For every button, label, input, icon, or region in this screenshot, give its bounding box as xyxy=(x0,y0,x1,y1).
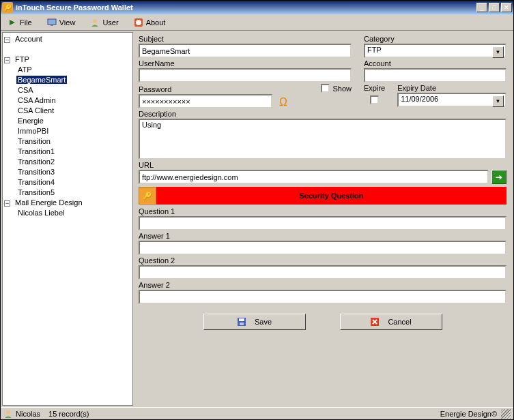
tree-item-label[interactable]: Nicolas Liebel xyxy=(16,209,66,217)
tree-item[interactable]: Transition2 xyxy=(16,157,131,167)
svg-rect-7 xyxy=(239,318,244,321)
tree-item-label[interactable]: Transition4 xyxy=(16,178,56,186)
menu-file-label: File xyxy=(20,18,32,27)
disk-icon xyxy=(237,317,246,327)
tree-item-label[interactable]: CSA Admin xyxy=(16,96,57,104)
save-button[interactable]: Save xyxy=(203,314,306,330)
tree-node-account[interactable]: − Account xyxy=(4,34,131,44)
cancel-button[interactable]: Cancel xyxy=(340,314,442,330)
svg-point-10 xyxy=(6,410,10,415)
question1-label: Question 1 xyxy=(139,207,506,215)
tree-item-label[interactable]: Transition3 xyxy=(16,168,56,176)
url-input[interactable] xyxy=(139,170,489,184)
tree-item[interactable]: Transition5 xyxy=(16,188,131,198)
tree-item-label[interactable]: ATP xyxy=(16,65,33,74)
cancel-label: Cancel xyxy=(388,318,411,326)
show-label: Show xyxy=(332,85,352,93)
show-checkbox-group[interactable]: Show xyxy=(321,84,352,93)
omega-icon[interactable]: Ω xyxy=(276,96,290,108)
question2-label: Question 2 xyxy=(139,256,506,265)
tree-node-mail[interactable]: − Mail Energie Design xyxy=(4,198,131,208)
tree-item[interactable]: Nicolas Liebel xyxy=(16,208,131,218)
expire-checkbox[interactable] xyxy=(370,95,379,104)
description-textarea[interactable] xyxy=(139,119,506,160)
status-right-text: Energie Design© xyxy=(440,410,497,418)
svg-rect-8 xyxy=(240,322,244,325)
menu-user[interactable]: User xyxy=(87,16,121,29)
svg-rect-1 xyxy=(48,19,56,25)
menu-view[interactable]: View xyxy=(44,16,78,29)
resize-grip[interactable] xyxy=(501,409,511,419)
tree-item-label[interactable]: BegameSmart xyxy=(16,76,67,84)
tree-item[interactable]: Transition xyxy=(16,136,131,147)
tree-item-label[interactable]: Energie xyxy=(16,117,45,125)
collapse-icon[interactable]: − xyxy=(4,37,10,43)
menu-file[interactable]: File xyxy=(5,16,35,29)
account-input[interactable] xyxy=(364,68,506,82)
collapse-icon[interactable]: − xyxy=(4,200,10,207)
app-icon: 🔑 xyxy=(2,2,13,13)
status-records: 15 record(s) xyxy=(48,410,89,418)
answer1-input[interactable] xyxy=(139,241,506,255)
tree-panel[interactable]: − Account − FTP ATPBegameSmartCSACSA Adm… xyxy=(2,32,133,406)
maximize-button[interactable]: □ xyxy=(489,3,500,12)
menu-bar: File View User About xyxy=(1,14,513,31)
username-input[interactable] xyxy=(139,68,352,82)
menu-view-label: View xyxy=(59,18,76,27)
close-button[interactable]: ✕ xyxy=(501,3,512,12)
subject-input[interactable] xyxy=(139,44,352,58)
expiry-date-select[interactable]: 11/09/2006 xyxy=(397,93,506,107)
menu-about[interactable]: About xyxy=(131,16,169,29)
expire-label: Expire xyxy=(364,84,385,92)
subject-label: Subject xyxy=(139,35,352,43)
key-icon: 🔑 xyxy=(139,187,156,205)
tree-item-label[interactable]: CSA Client xyxy=(16,106,55,115)
security-banner-text: Security Question xyxy=(156,192,506,200)
answer2-input[interactable] xyxy=(139,290,506,304)
tree-item[interactable]: Energie xyxy=(16,116,131,126)
answer1-label: Answer 1 xyxy=(139,232,506,240)
tree-item[interactable]: Transition1 xyxy=(16,147,131,157)
answer2-label: Answer 2 xyxy=(139,281,506,289)
password-input[interactable] xyxy=(139,94,272,108)
minimize-button[interactable]: _ xyxy=(476,3,487,12)
tree-item-label[interactable]: Transition1 xyxy=(16,147,56,155)
expiry-label: Expiry Date xyxy=(397,84,506,92)
play-icon xyxy=(8,18,17,27)
menu-user-label: User xyxy=(102,18,118,27)
go-button[interactable]: ➔ xyxy=(491,170,506,184)
category-value: FTP xyxy=(367,46,382,54)
collapse-icon[interactable]: − xyxy=(4,57,10,63)
account-label: Account xyxy=(364,59,506,68)
tree-label-account[interactable]: Account xyxy=(14,35,44,43)
tree-item[interactable]: Transition3 xyxy=(16,167,131,177)
tree-label-mail[interactable]: Mail Energie Design xyxy=(14,198,83,207)
username-label: UserName xyxy=(139,59,352,68)
svg-rect-2 xyxy=(51,25,53,26)
expiry-value: 11/09/2006 xyxy=(401,95,438,103)
tree-item[interactable]: CSA Client xyxy=(16,106,131,116)
tree-item-label[interactable]: Transition2 xyxy=(16,158,56,166)
svg-point-5 xyxy=(136,20,141,25)
description-label: Description xyxy=(139,110,506,118)
tree-label-ftp[interactable]: FTP xyxy=(14,55,31,63)
category-label: Category xyxy=(364,35,506,43)
question1-input[interactable] xyxy=(139,216,506,230)
question2-input[interactable] xyxy=(139,265,506,280)
tree-item-label[interactable]: Transition5 xyxy=(16,188,56,196)
tree-item[interactable]: ATP xyxy=(16,65,131,75)
show-checkbox[interactable] xyxy=(321,84,330,93)
tree-item-label[interactable]: CSA xyxy=(16,86,35,94)
tree-item[interactable]: Transition4 xyxy=(16,177,131,188)
tree-node-ftp[interactable]: − FTP xyxy=(4,55,131,65)
tree-item[interactable]: CSA Admin xyxy=(16,95,131,106)
svg-marker-0 xyxy=(10,20,15,25)
tree-item[interactable]: ImmoPBI xyxy=(16,126,131,136)
tree-item[interactable]: CSA xyxy=(16,85,131,95)
category-select[interactable]: FTP xyxy=(364,44,506,58)
security-banner: 🔑 Security Question xyxy=(139,187,506,205)
tree-item-label[interactable]: Transition xyxy=(16,137,52,145)
about-icon xyxy=(134,18,143,27)
tree-item[interactable]: BegameSmart xyxy=(16,75,131,85)
tree-item-label[interactable]: ImmoPBI xyxy=(16,127,50,135)
